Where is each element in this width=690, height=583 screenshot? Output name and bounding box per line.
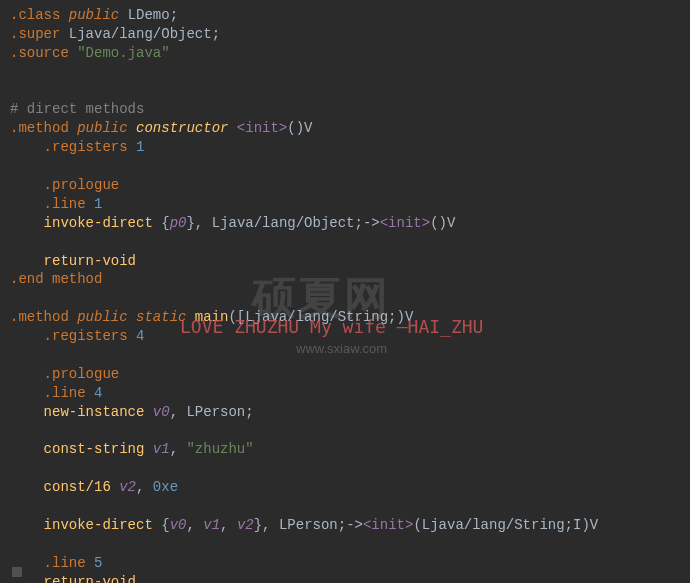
- code-line: [10, 233, 690, 252]
- code-line: [10, 63, 690, 82]
- code-line: .line 1: [10, 195, 690, 214]
- code-line: .super Ljava/lang/Object;: [10, 25, 690, 44]
- code-line: # direct methods: [10, 100, 690, 119]
- code-line: .method public constructor <init>()V: [10, 119, 690, 138]
- code-line: new-instance v0, LPerson;: [10, 403, 690, 422]
- code-line: .registers 1: [10, 138, 690, 157]
- code-line: [10, 535, 690, 554]
- code-line: return-void: [10, 573, 690, 583]
- code-line: const-string v1, "zhuzhu": [10, 440, 690, 459]
- code-line: invoke-direct {p0}, Ljava/lang/Object;->…: [10, 214, 690, 233]
- code-line: .method public static main([Ljava/lang/S…: [10, 308, 690, 327]
- code-line: .registers 4: [10, 327, 690, 346]
- gutter-marker-icon: [12, 567, 22, 577]
- code-line: .source "Demo.java": [10, 44, 690, 63]
- code-line: [10, 459, 690, 478]
- code-editor[interactable]: .class public LDemo; .super Ljava/lang/O…: [10, 6, 690, 583]
- code-line: .line 4: [10, 384, 690, 403]
- code-line: .prologue: [10, 365, 690, 384]
- code-line: .prologue: [10, 176, 690, 195]
- code-line: .class public LDemo;: [10, 6, 690, 25]
- code-line: [10, 82, 690, 101]
- code-line: [10, 497, 690, 516]
- code-line: .line 5: [10, 554, 690, 573]
- code-line: const/16 v2, 0xe: [10, 478, 690, 497]
- code-line: [10, 157, 690, 176]
- code-line: [10, 289, 690, 308]
- code-line: .end method: [10, 270, 690, 289]
- code-line: [10, 422, 690, 441]
- code-line: [10, 346, 690, 365]
- code-line: return-void: [10, 252, 690, 271]
- code-line: invoke-direct {v0, v1, v2}, LPerson;-><i…: [10, 516, 690, 535]
